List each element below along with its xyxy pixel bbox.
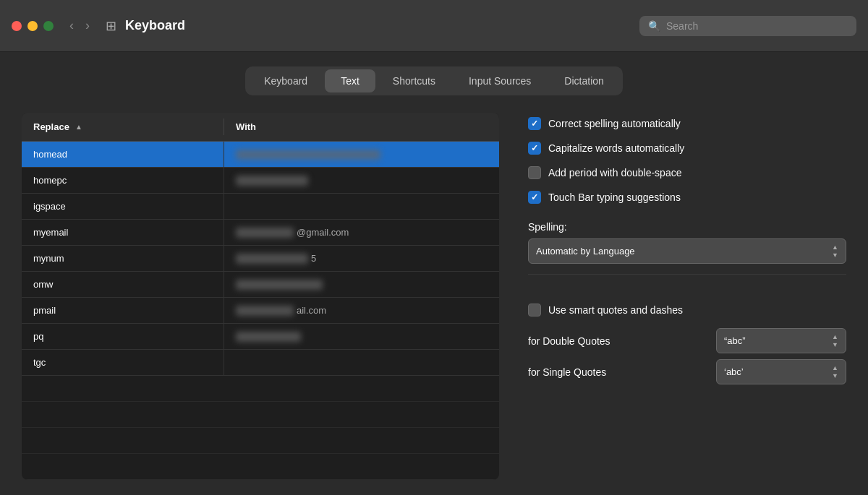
double-quotes-chevrons: ▲ ▼ xyxy=(832,333,838,348)
search-icon: 🔍 xyxy=(648,20,660,32)
tab-bar: Keyboard Text Shortcuts Input Sources Di… xyxy=(245,66,623,95)
window-title: Keyboard xyxy=(125,18,639,33)
close-button[interactable] xyxy=(12,21,22,31)
col-with-header: With xyxy=(224,119,499,135)
checkmark-icon: ✓ xyxy=(531,119,538,129)
double-quotes-value: “abc” xyxy=(724,335,746,346)
table-row[interactable]: myemail @gmail.com xyxy=(22,220,499,246)
tab-text[interactable]: Text xyxy=(325,69,375,92)
correct-spelling-checkbox[interactable]: ✓ xyxy=(528,117,541,130)
tab-dictation[interactable]: Dictation xyxy=(548,69,619,92)
empty-row xyxy=(22,428,499,454)
double-quotes-row: for Double Quotes “abc” ▲ ▼ xyxy=(528,328,846,353)
minimize-button[interactable] xyxy=(27,21,38,31)
smart-quotes-row[interactable]: Use smart quotes and dashes xyxy=(528,299,846,321)
cell-with: @gmail.com xyxy=(224,220,499,245)
add-period-checkbox[interactable] xyxy=(528,166,541,179)
table-row[interactable]: tgc xyxy=(22,350,499,376)
cell-replace: pmail xyxy=(22,298,224,323)
chevron-down-icon: ▼ xyxy=(832,341,838,348)
cell-replace: tgc xyxy=(22,350,224,375)
cell-with xyxy=(224,324,499,349)
single-quotes-value: ‘abc’ xyxy=(724,366,744,377)
cell-replace: igspace xyxy=(22,194,224,219)
single-quotes-label: for Single Quotes xyxy=(528,366,629,378)
spelling-section: Spelling: Automatic by Language ▲ ▼ xyxy=(528,221,846,264)
search-input[interactable] xyxy=(666,20,848,32)
capitalize-words-row[interactable]: ✓ Capitalize words automatically xyxy=(528,137,846,159)
cell-replace: homepc xyxy=(22,168,224,193)
chevron-up-icon: ▲ xyxy=(832,244,838,251)
settings-panel: ✓ Correct spelling automatically ✓ Capit… xyxy=(528,113,846,480)
forward-arrow-button[interactable]: › xyxy=(81,17,94,35)
cell-replace: myemail xyxy=(22,220,224,245)
tab-keyboard[interactable]: Keyboard xyxy=(248,69,323,92)
chevron-up-icon: ▲ xyxy=(832,333,838,340)
cell-with xyxy=(224,142,499,167)
double-quotes-dropdown[interactable]: “abc” ▲ ▼ xyxy=(716,328,846,353)
cell-with xyxy=(224,168,499,193)
add-period-label: Add period with double-space xyxy=(548,167,681,178)
table-row[interactable]: pq xyxy=(22,324,499,350)
cell-replace: omw xyxy=(22,272,224,297)
single-quotes-dropdown[interactable]: ‘abc’ ▲ ▼ xyxy=(716,359,846,384)
capitalize-words-checkbox[interactable]: ✓ xyxy=(528,142,541,155)
maximize-button[interactable] xyxy=(43,21,54,31)
tab-shortcuts[interactable]: Shortcuts xyxy=(377,69,451,92)
cell-replace: homead xyxy=(22,142,224,167)
smart-quotes-label: Use smart quotes and dashes xyxy=(548,304,683,316)
empty-row xyxy=(22,402,499,428)
single-quotes-row: for Single Quotes ‘abc’ ▲ ▼ xyxy=(528,359,846,384)
single-quotes-chevrons: ▲ ▼ xyxy=(832,364,838,379)
sort-arrow-icon: ▲ xyxy=(75,123,82,131)
empty-row xyxy=(22,376,499,402)
cell-with: 5 xyxy=(224,246,499,271)
spelling-dropdown-value: Automatic by Language xyxy=(536,246,635,257)
touch-bar-label: Touch Bar typing suggestions xyxy=(548,191,681,203)
chevron-down-icon: ▼ xyxy=(832,372,838,379)
nav-arrows: ‹ › xyxy=(65,17,94,35)
content-area: Replace ▲ With homead homepc xyxy=(22,113,846,480)
empty-row xyxy=(22,454,499,480)
table-row[interactable]: igspace xyxy=(22,194,499,220)
col-replace-header: Replace ▲ xyxy=(22,119,224,135)
text-replacements-table: Replace ▲ With homead homepc xyxy=(22,113,499,480)
checkmark-icon: ✓ xyxy=(531,143,538,153)
traffic-lights xyxy=(12,21,54,31)
double-quotes-label: for Double Quotes xyxy=(528,335,629,347)
grid-icon: ⊞ xyxy=(106,18,116,34)
divider xyxy=(528,274,846,275)
back-arrow-button[interactable]: ‹ xyxy=(65,17,78,35)
capitalize-words-label: Capitalize words automatically xyxy=(548,142,684,154)
cell-with xyxy=(224,272,499,297)
add-period-row[interactable]: Add period with double-space xyxy=(528,162,846,184)
table-row[interactable]: homead xyxy=(22,142,499,168)
touch-bar-checkbox[interactable]: ✓ xyxy=(528,191,541,204)
checkmark-icon: ✓ xyxy=(531,192,538,202)
cell-replace: pq xyxy=(22,324,224,349)
table-header: Replace ▲ With xyxy=(22,113,499,142)
chevron-down-icon: ▼ xyxy=(832,251,838,259)
cell-with xyxy=(224,350,499,375)
chevron-up-icon: ▲ xyxy=(832,364,838,371)
titlebar: ‹ › ⊞ Keyboard 🔍 xyxy=(0,0,868,52)
cell-with: ail.com xyxy=(224,298,499,323)
correct-spelling-label: Correct spelling automatically xyxy=(548,118,681,129)
search-box[interactable]: 🔍 xyxy=(639,16,856,36)
correct-spelling-row[interactable]: ✓ Correct spelling automatically xyxy=(528,113,846,134)
cell-replace: mynum xyxy=(22,246,224,271)
table-row[interactable]: mynum 5 xyxy=(22,246,499,272)
spelling-dropdown-chevrons: ▲ ▼ xyxy=(832,244,838,259)
table-row[interactable]: homepc xyxy=(22,168,499,194)
table-row[interactable]: omw xyxy=(22,272,499,298)
spelling-dropdown[interactable]: Automatic by Language ▲ ▼ xyxy=(528,238,846,264)
spelling-section-label: Spelling: xyxy=(528,221,846,233)
spelling-dropdown-row: Automatic by Language ▲ ▼ xyxy=(528,238,846,264)
smart-quotes-section: Use smart quotes and dashes for Double Q… xyxy=(528,299,846,384)
table-row[interactable]: pmail ail.com xyxy=(22,298,499,324)
smart-quotes-checkbox[interactable] xyxy=(528,304,541,317)
tab-input-sources[interactable]: Input Sources xyxy=(453,69,547,92)
touch-bar-row[interactable]: ✓ Touch Bar typing suggestions xyxy=(528,186,846,208)
cell-with xyxy=(224,194,499,219)
main-content: Keyboard Text Shortcuts Input Sources Di… xyxy=(0,52,868,495)
